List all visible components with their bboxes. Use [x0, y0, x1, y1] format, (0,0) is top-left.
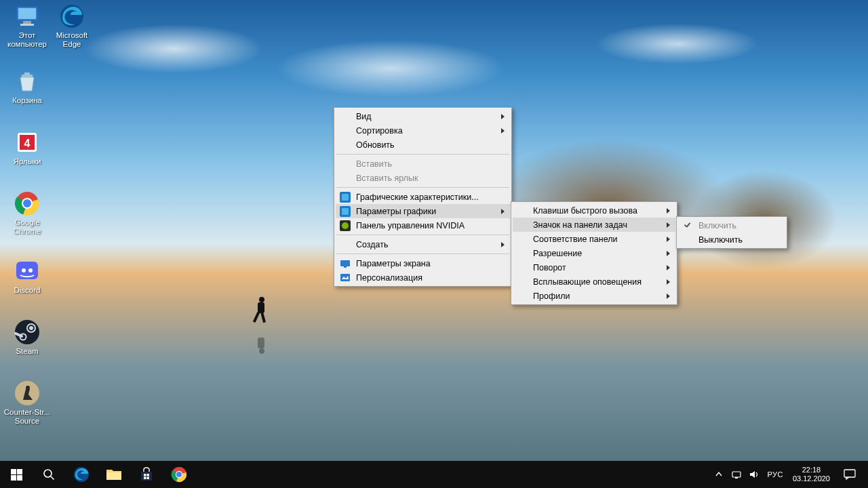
desktop-icon-label: Ярлыки — [1, 157, 53, 166]
submenu-balloon[interactable]: Всплывающие оповещения — [513, 274, 675, 289]
svg-rect-31 — [11, 469, 16, 474]
submenu-resolution-label: Разрешение — [533, 249, 582, 258]
menu-refresh[interactable]: Обновить — [336, 138, 510, 152]
svg-rect-39 — [144, 474, 146, 476]
taskbar-store[interactable] — [130, 461, 163, 488]
search-button[interactable] — [33, 461, 65, 488]
svg-rect-2 — [23, 21, 31, 24]
menu-view[interactable]: Вид — [336, 109, 510, 123]
tray-clock-button[interactable]: 22:18 03.12.2020 — [787, 466, 835, 483]
tray-volume-button[interactable] — [745, 461, 763, 488]
tray-notifications-button[interactable] — [835, 469, 864, 480]
submenu-profiles-label: Профили — [533, 291, 570, 301]
desktop-icon-edge[interactable]: Microsoft Edge — [46, 3, 98, 49]
menu-graphics-properties[interactable]: Графические характеристики... — [336, 190, 510, 204]
chevron-right-icon — [667, 293, 670, 299]
menu-nvidia-panel-label: Панель управления NVIDIA — [356, 221, 465, 230]
nvidia-icon — [340, 220, 351, 231]
submenu-panel-fit-label: Соответствие панели — [533, 235, 617, 244]
desktop-icon-steam[interactable]: Steam — [1, 319, 53, 356]
tray-overflow-button[interactable] — [710, 461, 728, 488]
submenu-rotation[interactable]: Поворот — [513, 260, 675, 274]
desktop-icon-label: Google Chrome — [1, 218, 53, 236]
chevron-right-icon — [667, 208, 670, 214]
svg-rect-34 — [17, 475, 22, 481]
menu-create[interactable]: Создать — [336, 237, 510, 251]
desktop-icon-this-pc[interactable]: Этот компьютер — [1, 3, 53, 49]
chrome-icon — [14, 190, 41, 217]
svg-point-35 — [44, 470, 52, 477]
personalize-icon — [340, 272, 351, 283]
taskbar-file-explorer[interactable] — [98, 461, 130, 488]
svg-point-45 — [176, 472, 182, 477]
taskbar: РУС 22:18 03.12.2020 — [0, 461, 868, 488]
taskbar-spacer — [195, 461, 710, 488]
desktop-icon-cssource[interactable]: Counter-Str... Source — [1, 380, 53, 426]
submenu-enable-label: Включить — [698, 221, 736, 230]
chevron-right-icon — [667, 279, 670, 285]
chevron-right-icon — [501, 209, 505, 214]
submenu-tray-icon-label: Значок на панели задач — [533, 220, 627, 230]
menu-separator — [336, 154, 509, 155]
desktop-icon-recycle[interactable]: Корзина — [1, 68, 53, 105]
this-pc-icon — [14, 3, 41, 30]
chrome-icon — [171, 466, 187, 483]
checkmark-icon — [684, 222, 692, 230]
submenu-profiles[interactable]: Профили — [513, 289, 675, 303]
submenu-enable[interactable]: Включить — [678, 218, 785, 232]
svg-rect-47 — [735, 477, 738, 479]
edge-icon — [73, 466, 90, 483]
wallpaper-figure — [254, 297, 269, 324]
desktop-icon-chrome[interactable]: Google Chrome — [1, 190, 53, 236]
volume-icon — [749, 469, 760, 480]
submenu-hotkeys[interactable]: Клавиши быстрого вызова — [513, 203, 675, 218]
svg-rect-42 — [147, 477, 150, 480]
taskbar-chrome[interactable] — [163, 461, 195, 488]
svg-rect-5 — [22, 75, 33, 77]
svg-point-16 — [15, 320, 39, 344]
menu-graphics-settings-label: Параметры графики — [356, 207, 436, 216]
submenu-hotkeys-label: Клавиши быстрого вызова — [533, 206, 637, 216]
menu-separator — [336, 253, 509, 254]
svg-rect-30 — [340, 274, 350, 281]
svg-rect-28 — [340, 260, 350, 266]
submenu-tray-icon[interactable]: Значок на панели задач — [513, 218, 675, 232]
system-tray: РУС 22:18 03.12.2020 — [710, 461, 868, 488]
chevron-right-icon — [667, 265, 670, 270]
menu-sort[interactable]: Сортировка — [336, 123, 510, 138]
chevron-right-icon — [667, 222, 670, 228]
menu-refresh-label: Обновить — [356, 140, 395, 150]
desktop-icon-discord[interactable]: Discord — [1, 258, 53, 295]
chevron-right-icon — [667, 237, 670, 242]
svg-point-15 — [28, 268, 33, 272]
steam-icon — [14, 319, 41, 346]
menu-paste-shortcut-label: Вставить ярлык — [356, 174, 418, 183]
tray-icon-submenu: Включить Выключить — [676, 216, 787, 249]
tray-language-button[interactable]: РУС — [763, 470, 787, 479]
intel-graphics-icon — [340, 206, 351, 217]
submenu-resolution[interactable]: Разрешение — [513, 246, 675, 260]
start-button[interactable] — [0, 461, 33, 488]
menu-graphics-settings[interactable]: Параметры графики — [336, 204, 510, 218]
menu-display-settings[interactable]: Параметры экрана — [336, 256, 510, 270]
submenu-disable[interactable]: Выключить — [678, 232, 785, 247]
menu-create-label: Создать — [356, 240, 389, 249]
menu-graphics-properties-label: Графические характеристики... — [356, 192, 479, 202]
submenu-balloon-label: Всплывающие оповещения — [533, 277, 642, 287]
menu-personalize[interactable]: Персонализация — [336, 270, 510, 285]
tray-time: 22:18 — [793, 466, 830, 474]
tray-network-button[interactable] — [728, 461, 745, 488]
submenu-panel-fit[interactable]: Соответствие панели — [513, 232, 675, 246]
chevron-right-icon — [501, 114, 505, 119]
display-settings-icon — [340, 258, 351, 269]
menu-nvidia-panel[interactable]: Панель управления NVIDIA — [336, 218, 510, 232]
wallpaper-figure-reflection — [254, 327, 269, 354]
svg-point-21 — [26, 386, 30, 390]
chevron-right-icon — [667, 251, 670, 256]
search-icon — [43, 468, 55, 481]
taskbar-edge[interactable] — [65, 461, 98, 488]
menu-separator — [336, 187, 509, 188]
desktop-context-menu: Вид Сортировка Обновить Вставить Вставит… — [334, 107, 512, 287]
submenu-disable-label: Выключить — [698, 235, 743, 245]
desktop-icon-shortcuts[interactable]: 4Ярлыки — [1, 129, 53, 166]
